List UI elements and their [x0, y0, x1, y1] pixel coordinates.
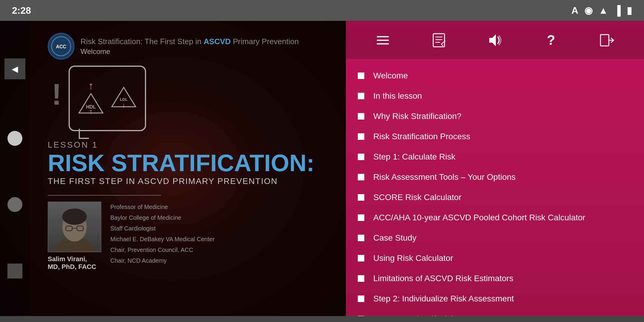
toc-list: Welcome In this lesson Why Risk Stratifi…: [346, 60, 644, 316]
slide-header-text: Risk Stratification: The First Step in A…: [80, 37, 299, 56]
toc-bullet: [358, 72, 364, 79]
instructor-name: Salim Virani, MD, PhD, FACC: [48, 255, 101, 271]
toc-label: Using Risk Calculator: [373, 253, 453, 263]
toc-item-in-this-lesson[interactable]: In this lesson: [346, 86, 644, 106]
toc-bullet: [358, 174, 364, 180]
toc-label: Limitations of ASCVD Risk Estimators: [373, 274, 513, 283]
wifi-icon: ▲: [599, 5, 608, 16]
toolbar: ?: [346, 21, 644, 60]
battery-icon: ▮: [627, 5, 632, 16]
credential-4: Michael E. DeBakey VA Medical Center: [110, 234, 215, 244]
toc-item-risk-tools[interactable]: Risk Assessment Tools – Your Options: [346, 167, 644, 187]
toc-label: Risk Assessment Tools – Your Options: [373, 172, 515, 182]
toc-label: Why Risk Stratification?: [373, 112, 462, 121]
slide-subtitle: Welcome: [80, 47, 299, 56]
toc-item-step3[interactable]: Step 3: Reclassify risk: [346, 309, 644, 316]
title-ascvd: ASCVD: [204, 37, 231, 46]
hdl-label: HDL ↑: [78, 92, 104, 117]
toc-bullet: [358, 113, 364, 120]
status-bar: 2:28 A ◉ ▲ ▐ ▮: [0, 0, 644, 21]
toc-item-acc-aha[interactable]: ACC/AHA 10-year ASCVD Pooled Cohort Risk…: [346, 208, 644, 228]
toc-bullet: [358, 316, 364, 316]
exit-button[interactable]: [592, 28, 622, 52]
toc-panel: ? Welcome In this lesson: [346, 21, 644, 316]
svg-text:ACC: ACC: [56, 44, 66, 49]
main-container: ◀ ACC Risk Stratification: The First Ste…: [0, 21, 644, 316]
toc-item-step1[interactable]: Step 1: Calculate Risk: [346, 147, 644, 167]
name-text: Salim Virani,: [48, 255, 87, 263]
credential-2: Baylor College of Medicine: [110, 212, 215, 223]
svg-text:!: !: [52, 78, 61, 111]
toc-bullet: [358, 255, 364, 261]
photo-placeholder: [48, 202, 101, 252]
hdl-icon: ↑ HDL ↑: [78, 80, 104, 117]
svg-marker-25: [489, 34, 496, 46]
status-icons: A ◉ ▲ ▐ ▮: [572, 5, 632, 16]
toc-item-why-risk[interactable]: Why Risk Stratification?: [346, 106, 644, 126]
slide-content: ACC Risk Stratification: The First Step …: [30, 21, 346, 316]
svg-line-24: [441, 44, 443, 46]
speech-bubble: ↑ HDL ↑: [69, 66, 146, 131]
toc-bullet: [358, 133, 364, 140]
menu-button[interactable]: [368, 28, 398, 52]
toc-item-case-study[interactable]: Case Study: [346, 228, 644, 248]
audio-button[interactable]: [480, 28, 510, 52]
exclamation-mark: !: [48, 75, 66, 122]
title-part1: Risk Stratification: The First Step in: [80, 37, 204, 46]
instructor-photo: [48, 202, 101, 252]
toc-bullet: [358, 295, 364, 302]
slide-illustration: ! ↑ HDL ↑: [48, 66, 328, 131]
toc-item-using-calculator[interactable]: Using Risk Calculator: [346, 248, 644, 268]
slide-header-area: ACC Risk Stratification: The First Step …: [48, 33, 328, 60]
credential-1: Professor of Medicine: [110, 202, 215, 212]
toc-label: Step 3: Reclassify risk: [373, 314, 455, 316]
lesson-main-title: RISK STRATIFICATION:: [48, 151, 328, 175]
signal-icon: ▐: [614, 5, 621, 16]
toc-label: Step 1: Calculate Risk: [373, 152, 455, 162]
hdl-arrow-up: ↑: [88, 80, 94, 92]
keyboard-icon: A: [572, 5, 578, 16]
name-credentials: MD, PhD, FACC: [48, 263, 96, 270]
toc-item-step2[interactable]: Step 2: Individualize Risk Assessment: [346, 289, 644, 309]
credential-6: Chair, NCD Academy: [110, 255, 215, 266]
instructor-photo-container: Salim Virani, MD, PhD, FACC: [48, 202, 101, 271]
toc-bullet: [358, 235, 364, 241]
toc-bullet: [358, 194, 364, 201]
ldl-label: LDL ↓: [110, 86, 137, 111]
toc-label: Case Study: [373, 233, 417, 243]
bottom-bar: [0, 316, 644, 322]
nav-square[interactable]: [7, 264, 22, 278]
toc-bullet: [358, 275, 364, 282]
svg-text:↓: ↓: [122, 101, 126, 109]
instructor-area: Salim Virani, MD, PhD, FACC Professor of…: [48, 202, 328, 271]
credential-3: Staff Cardiologist: [110, 223, 215, 234]
toc-label: Step 2: Individualize Risk Assessment: [373, 294, 514, 304]
circle-icon: ◉: [584, 5, 593, 16]
slide-main-title: Risk Stratification: The First Step in A…: [80, 37, 299, 46]
credential-5: Chair, Prevention Council, ACC: [110, 244, 215, 255]
time-display: 2:28: [12, 5, 31, 16]
svg-text:↑: ↑: [89, 108, 93, 115]
toc-item-welcome[interactable]: Welcome: [346, 66, 644, 86]
instructor-credentials: Professor of Medicine Baylor College of …: [110, 202, 215, 266]
svg-rect-19: [433, 34, 445, 47]
lesson-label: LESSON 1: [48, 140, 328, 150]
slide-panel: ◀ ACC Risk Stratification: The First Ste…: [0, 21, 346, 316]
nav-dot-2[interactable]: [7, 197, 22, 212]
help-button[interactable]: ?: [536, 28, 566, 52]
nav-dot-1[interactable]: [7, 131, 22, 146]
toc-bullet: [358, 214, 364, 221]
toc-item-score[interactable]: SCORE Risk Calculator: [346, 187, 644, 208]
toc-item-limitations[interactable]: Limitations of ASCVD Risk Estimators: [346, 268, 644, 289]
toc-bullet: [358, 93, 364, 99]
divider: [48, 195, 161, 196]
notes-button[interactable]: [424, 28, 454, 52]
toc-item-risk-process[interactable]: Risk Stratification Process: [346, 126, 644, 147]
svg-text:?: ?: [547, 33, 555, 48]
title-part2: Primary Prevention: [231, 37, 299, 46]
svg-point-12: [62, 208, 87, 225]
acc-logo: ACC: [48, 33, 75, 60]
back-arrow-button[interactable]: ◀: [4, 58, 25, 79]
toc-label: Risk Stratification Process: [373, 132, 470, 141]
toc-label: SCORE Risk Calculator: [373, 193, 462, 202]
